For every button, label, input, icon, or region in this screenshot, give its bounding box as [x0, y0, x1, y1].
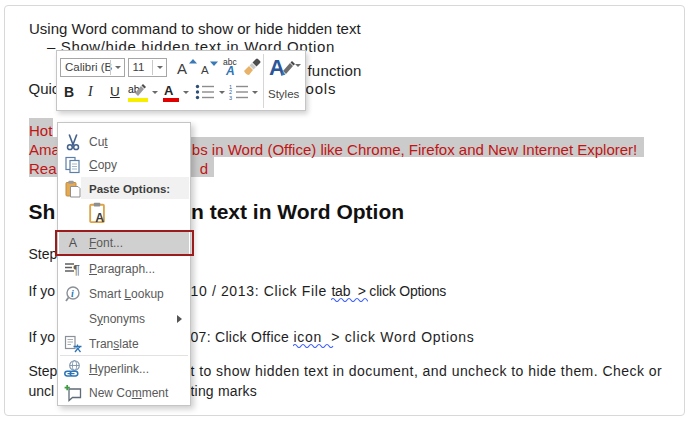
menu-item-paragraph[interactable]: ¶ Paragraph... [59, 256, 189, 281]
menu-item-accelerator: t [104, 135, 107, 149]
menu-item-label: Font... [89, 236, 123, 250]
menu-item-label-part: S [89, 312, 97, 326]
font-color-bar [163, 98, 179, 102]
bold-button[interactable]: B [64, 84, 76, 100]
doc-line-2007-left: If yo [29, 330, 55, 344]
doc-line-wrap-left: uncl [29, 384, 55, 398]
menu-item-label-part: yperlink... [98, 362, 149, 376]
menu-item-label-part: Tran [89, 337, 113, 351]
shrink-font-button[interactable]: A [200, 59, 220, 77]
menu-item-new-comment[interactable]: New Comment [59, 381, 189, 405]
font-size-value: 11 [133, 61, 145, 73]
font-size-dropdown-icon[interactable] [157, 66, 163, 69]
new-comment-icon [64, 384, 82, 402]
menu-item-accelerator: H [89, 362, 98, 376]
toolbar-separator [263, 54, 264, 108]
italic-icon: I [88, 84, 93, 100]
svg-text:i: i [71, 288, 74, 299]
hyperlink-icon [64, 360, 82, 378]
menu-item-label-part: nonyms [103, 312, 145, 326]
copy-icon [64, 156, 82, 174]
menu-item-label-part: Smart [89, 287, 124, 301]
doc-line-intro: Using Word command to show or hide hidde… [29, 21, 361, 36]
text-fragment: tab > click Options [331, 283, 446, 299]
phonetic-guide-button[interactable]: abc A [221, 57, 241, 77]
doc-line-quick-right: ools [306, 81, 337, 96]
text-fragment: 10 / 2013: Click File [191, 283, 332, 299]
doc-line-wrap-right: ting marks [191, 384, 257, 398]
grow-font-icon: A [177, 60, 187, 77]
grow-font-arrow-icon [189, 59, 197, 64]
highlight-dropdown-icon[interactable] [152, 91, 158, 94]
font-size-combobox[interactable]: 11 [128, 58, 167, 77]
numbering-icon: 1 2 3 [229, 84, 249, 100]
bullets-button[interactable] [195, 84, 215, 100]
promo-line-hot: Hot [29, 122, 52, 139]
doc-line-bullet2-fragment: function [308, 63, 362, 78]
grow-font-button[interactable]: A [176, 59, 198, 77]
menu-item-label-part: New Co [89, 386, 132, 400]
styles-button[interactable]: A Styles [267, 55, 304, 107]
font-name-dropdown-icon[interactable] [115, 66, 121, 69]
menu-item-label-part: ont... [96, 236, 123, 250]
styles-label: Styles [268, 88, 299, 100]
svg-text:¶: ¶ [73, 262, 80, 277]
format-painter-icon [243, 58, 262, 76]
highlight-pen-icon [134, 83, 147, 96]
menu-item-label-part: Cu [89, 135, 104, 149]
format-painter-button[interactable] [243, 58, 262, 76]
font-color-dropdown-icon[interactable] [183, 91, 189, 94]
text-highlight-button[interactable]: ab [127, 83, 149, 103]
svg-text:A: A [95, 211, 104, 224]
numbering-button[interactable]: 1 2 3 [229, 84, 249, 100]
menu-item-cut[interactable]: Cut [59, 130, 189, 154]
keep-text-only-icon: A [88, 202, 107, 224]
phonetic-a-icon: A [226, 64, 235, 78]
word-screenshot: Using Word command to show or hide hidde… [0, 0, 690, 422]
submenu-arrow-icon [177, 315, 182, 323]
menu-item-keep-text-only[interactable]: A [59, 200, 189, 228]
heading-left: Sh [29, 200, 56, 224]
font-name-combobox[interactable]: Calibri (B [60, 58, 125, 77]
heading-right: n text in Word Option [191, 200, 404, 224]
bullets-icon [195, 84, 215, 100]
menu-item-label: Cut [89, 135, 108, 149]
menu-item-label-part: ookup [131, 287, 164, 301]
menu-item-hyperlink[interactable]: Hyperlink... [59, 357, 189, 382]
font-icon: A [64, 234, 82, 252]
menu-item-paste-options: Paste Options: [59, 177, 189, 200]
promo-line2-left: Ama [29, 141, 60, 158]
menu-item-copy[interactable]: Copy [59, 153, 189, 177]
font-color-button[interactable]: A [162, 83, 180, 103]
shrink-font-icon: A [201, 64, 209, 76]
menu-item-label: Synonyms [89, 312, 145, 326]
bullets-dropdown-icon[interactable] [219, 91, 225, 94]
doc-line-step1: Step [29, 247, 58, 261]
font-color-a-label: A [164, 83, 173, 98]
cut-icon [64, 133, 82, 151]
shrink-font-arrow-icon [210, 61, 218, 66]
menu-item-translate[interactable]: Translate [59, 332, 189, 357]
menu-item-smart-lookup[interactable]: i Smart Lookup [59, 282, 189, 307]
mini-toolbar: Calibri (B 11 A A abc A [56, 50, 306, 111]
menu-item-label-part: Paste Options: [89, 183, 170, 195]
paste-options-label: Paste Options: [89, 183, 170, 195]
menu-item-label: Paragraph... [89, 262, 155, 276]
menu-item-accelerator: P [89, 262, 97, 276]
menu-item-label: Smart Lookup [89, 287, 164, 301]
menu-item-label-part: late [119, 337, 138, 351]
grammar-squiggle [331, 297, 368, 302]
menu-item-synonyms[interactable]: Synonyms [59, 307, 189, 332]
grammar-squiggle [293, 343, 335, 348]
styles-pen-icon [277, 60, 295, 78]
highlight-color-bar [128, 98, 148, 102]
paste-icon [64, 180, 82, 198]
doc-line-step2-right: t to show hidden text in document, and u… [191, 364, 663, 378]
menu-item-font[interactable]: A Font... [59, 231, 189, 256]
translate-icon [64, 335, 82, 353]
underline-button[interactable]: U [110, 84, 122, 100]
numbering-dropdown-icon[interactable] [252, 91, 258, 94]
menu-item-label: New Comment [89, 386, 168, 400]
menu-item-label-part: opy [98, 158, 117, 172]
italic-button[interactable]: I [88, 84, 96, 100]
